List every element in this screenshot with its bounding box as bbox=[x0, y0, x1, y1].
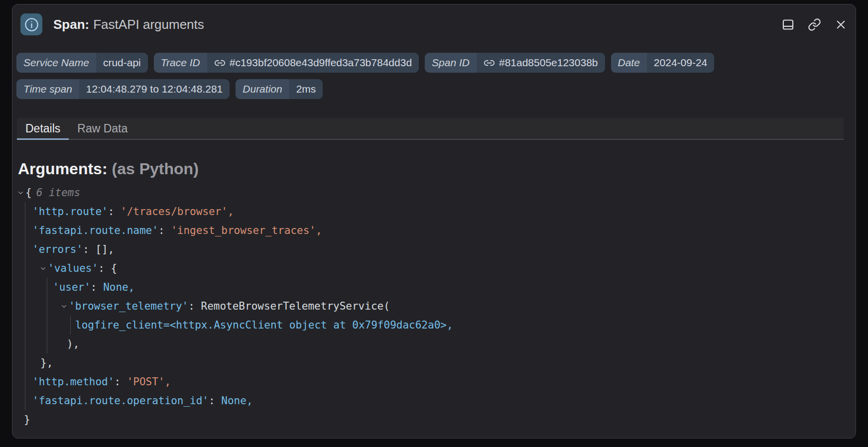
arguments-tree: {6 items'http.route': '/traces/browser',… bbox=[17, 183, 846, 432]
span-type-label: Span: bbox=[53, 17, 89, 32]
chevron-down-icon[interactable] bbox=[60, 297, 68, 316]
code-token-punc: : bbox=[108, 206, 121, 218]
chevron-down-icon[interactable] bbox=[39, 259, 47, 278]
tab-details[interactable]: Details bbox=[17, 118, 69, 139]
badge-value-span-id[interactable]: #81ad8505e123038b bbox=[477, 53, 605, 73]
code-token-plain: RemoteBrowserTelemetryService( bbox=[201, 300, 390, 312]
panel-header: Span:FastAPI arguments bbox=[20, 13, 848, 35]
code-token-key: 'http.method' bbox=[32, 376, 114, 388]
code-token-str: 'POST', bbox=[127, 376, 171, 388]
badge-label: Date bbox=[611, 53, 647, 73]
code-token-str: 'ingest_browser_traces', bbox=[171, 224, 322, 236]
code-token-punc: ), bbox=[67, 338, 79, 350]
code-line: 'user': None, bbox=[17, 278, 846, 297]
link-icon bbox=[214, 57, 226, 69]
close-icon[interactable] bbox=[834, 17, 848, 31]
copy-link-icon[interactable] bbox=[807, 17, 821, 31]
code-line: 'http.method': 'POST', bbox=[17, 372, 846, 391]
badge-time-span: Time span12:04:48.279 to 12:04:48.281 bbox=[16, 79, 230, 99]
code-token-key: 'user' bbox=[53, 281, 91, 293]
badge-value-duration: 2ms bbox=[289, 79, 323, 99]
code-token-key: 'values' bbox=[48, 262, 98, 274]
badge-row-1: Service Namecrud-apiTrace ID#c193bf20608… bbox=[16, 53, 714, 73]
span-name: FastAPI arguments bbox=[93, 17, 204, 32]
badge-date: Date2024-09-24 bbox=[611, 53, 715, 73]
chevron-down-icon[interactable] bbox=[17, 183, 25, 202]
code-token-punc: : [], bbox=[83, 243, 114, 255]
code-line: 'fastapi.route.operation_id': None, bbox=[17, 391, 846, 410]
code-token-punc: : bbox=[209, 395, 221, 407]
code-token-punc: : bbox=[91, 281, 103, 293]
tab-raw-data[interactable]: Raw Data bbox=[69, 118, 136, 139]
header-actions bbox=[781, 17, 848, 31]
code-line: ), bbox=[17, 335, 846, 353]
badge-duration: Duration2ms bbox=[236, 79, 323, 99]
code-token-kw: None, bbox=[221, 395, 252, 407]
code-line: logfire_client=<httpx.AsyncClient object… bbox=[17, 316, 846, 335]
panel-title: Span:FastAPI arguments bbox=[53, 17, 204, 32]
code-token-punc: : bbox=[158, 224, 171, 236]
code-line: {6 items bbox=[17, 183, 846, 202]
badge-label: Time span bbox=[16, 79, 79, 99]
indent-guide bbox=[47, 278, 47, 353]
badge-value-time-span: 12:04:48.279 to 12:04:48.281 bbox=[79, 79, 230, 99]
badge-value-service-name: crud-api bbox=[96, 53, 148, 73]
section-title: Arguments:(as Python) bbox=[18, 160, 199, 178]
indent-guide bbox=[25, 202, 25, 410]
tab-bar: DetailsRaw Data bbox=[17, 118, 844, 140]
code-token-punc: { bbox=[25, 187, 32, 199]
badge-label: Service Name bbox=[16, 53, 96, 73]
info-icon bbox=[20, 13, 42, 35]
code-token-punc: : bbox=[114, 376, 126, 388]
code-token-punc: : { bbox=[98, 262, 117, 274]
code-line: 'browser_telemetry': RemoteBrowserTeleme… bbox=[17, 297, 846, 316]
code-token-kw: logfire_client=<httpx.AsyncClient object… bbox=[75, 319, 453, 331]
section-subtitle: (as Python) bbox=[112, 160, 199, 178]
code-token-meta: 6 items bbox=[36, 187, 81, 199]
code-line: 'errors': [], bbox=[17, 240, 846, 259]
section-title-text: Arguments: bbox=[18, 160, 108, 178]
code-line: 'fastapi.route.name': 'ingest_browser_tr… bbox=[17, 221, 846, 240]
code-token-punc: } bbox=[24, 414, 30, 426]
badge-value-date: 2024-09-24 bbox=[647, 53, 714, 73]
code-token-key: 'fastapi.route.name' bbox=[32, 224, 158, 236]
dock-panel-bottom-icon[interactable] bbox=[781, 17, 795, 31]
code-line: } bbox=[17, 410, 846, 429]
link-icon bbox=[484, 57, 495, 69]
span-detail-panel: Span:FastAPI arguments Service Namecrud-… bbox=[12, 4, 856, 439]
badge-value-trace-id[interactable]: #c193bf20608e43d9ffed3a73b784dd3d bbox=[207, 53, 419, 73]
badge-row-2: Time span12:04:48.279 to 12:04:48.281Dur… bbox=[16, 79, 323, 99]
code-token-punc: }, bbox=[40, 357, 53, 369]
code-token-str: '/traces/browser', bbox=[121, 206, 234, 218]
code-token-punc: : bbox=[188, 300, 201, 312]
code-token-key: 'fastapi.route.operation_id' bbox=[32, 395, 209, 407]
badge-label: Span ID bbox=[425, 53, 477, 73]
code-line: }, bbox=[17, 353, 846, 372]
code-token-key: 'http.route' bbox=[32, 206, 108, 218]
code-token-kw: None, bbox=[103, 281, 134, 293]
code-line: 'values': { bbox=[17, 259, 846, 278]
code-token-key: 'browser_telemetry' bbox=[69, 300, 188, 312]
badge-label: Duration bbox=[236, 79, 289, 99]
badge-service-name: Service Namecrud-api bbox=[16, 53, 148, 73]
code-token-key: 'errors' bbox=[32, 243, 83, 255]
indent-guide bbox=[70, 316, 71, 335]
badge-span-id: Span ID#81ad8505e123038b bbox=[425, 53, 605, 73]
badge-trace-id: Trace ID#c193bf20608e43d9ffed3a73b784dd3… bbox=[154, 53, 419, 73]
badge-label: Trace ID bbox=[154, 53, 207, 73]
code-line: 'http.route': '/traces/browser', bbox=[17, 202, 846, 221]
